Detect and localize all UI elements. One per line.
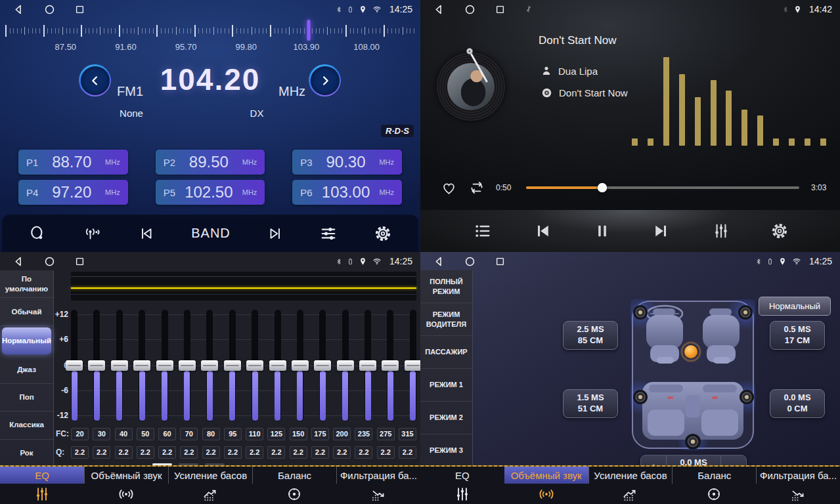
fc-value-7[interactable]: 95 <box>224 428 242 440</box>
pause-icon[interactable] <box>593 222 611 240</box>
tab-balance[interactable]: Баланс <box>252 467 336 504</box>
q-value-2[interactable]: 2.2 <box>115 446 133 459</box>
eq-preset-5[interactable]: Классика <box>0 411 53 439</box>
home-icon[interactable] <box>464 256 475 267</box>
tab-bass-boost[interactable]: Усиление басов <box>588 467 673 504</box>
playlist-icon[interactable] <box>473 222 493 240</box>
slider-knob[interactable] <box>201 360 218 371</box>
slider-knob[interactable] <box>359 360 376 371</box>
tab-surround[interactable]: Объёмный звук <box>504 467 588 504</box>
q-value-11[interactable]: 2.2 <box>311 446 329 459</box>
fc-value-1[interactable]: 30 <box>93 428 110 440</box>
fc-value-8[interactable]: 110 <box>246 428 263 440</box>
tuning-indicator[interactable] <box>307 20 311 41</box>
delay-rear-right[interactable]: 0.0 MS0 CM <box>770 389 825 418</box>
settings-gear-icon[interactable] <box>374 224 392 243</box>
mode-2[interactable]: ПАССАЖИР <box>420 336 472 369</box>
eq-preset-4[interactable]: Поп <box>0 384 53 411</box>
delay-front-left[interactable]: 2.5 MS85 CM <box>563 321 618 350</box>
tab-balance[interactable]: Баланс <box>672 467 756 504</box>
fc-value-11[interactable]: 175 <box>311 428 329 440</box>
slider-knob[interactable] <box>66 360 83 371</box>
next-track-icon[interactable] <box>652 222 671 240</box>
band-button[interactable]: BAND <box>191 226 231 241</box>
slider-knob[interactable] <box>179 360 196 371</box>
fc-value-10[interactable]: 150 <box>290 428 307 440</box>
eq-band-slider-10[interactable] <box>297 310 303 421</box>
slider-knob[interactable] <box>246 360 263 371</box>
seek-thumb[interactable] <box>598 183 607 192</box>
fc-value-3[interactable]: 50 <box>137 428 154 440</box>
eq-band-slider-8[interactable] <box>252 310 258 421</box>
q-value-14[interactable]: 2.2 <box>377 446 395 459</box>
q-value-9[interactable]: 2.2 <box>267 446 285 459</box>
q-value-13[interactable]: 2.2 <box>355 446 372 459</box>
slider-knob[interactable] <box>111 360 128 371</box>
preset-P4[interactable]: P497.20MHz <box>18 180 128 205</box>
rear-right-speaker[interactable] <box>740 390 754 404</box>
recents-icon[interactable] <box>495 257 505 266</box>
listening-position-ball[interactable] <box>684 345 697 358</box>
mode-0[interactable]: ПОЛНЫЙ РЕЖИМ <box>420 270 472 303</box>
eq-band-slider-6[interactable] <box>206 310 213 421</box>
q-value-10[interactable]: 2.2 <box>290 446 307 459</box>
q-value-4[interactable]: 2.2 <box>158 446 176 459</box>
recents-icon[interactable] <box>75 257 85 266</box>
eq-band-slider-13[interactable] <box>365 310 371 421</box>
preset-P5[interactable]: P5102.50MHz <box>156 180 265 205</box>
back-icon[interactable] <box>13 4 24 15</box>
preset-P3[interactable]: P390.30MHz <box>292 150 402 175</box>
eq-band-slider-7[interactable] <box>229 310 236 421</box>
rear-left-speaker[interactable] <box>633 390 648 404</box>
slider-knob[interactable] <box>224 360 241 371</box>
mixer-icon[interactable] <box>712 222 730 240</box>
home-icon[interactable] <box>44 4 55 15</box>
q-value-12[interactable]: 2.2 <box>333 446 351 459</box>
subwoofer-speaker[interactable] <box>685 434 701 450</box>
mode-1[interactable]: РЕЖИМ ВОДИТЕЛЯ <box>420 303 472 336</box>
slider-knob[interactable] <box>292 360 309 371</box>
tab-filter[interactable]: Фильтрация ба... <box>336 467 420 504</box>
previous-station-icon[interactable] <box>138 225 155 242</box>
eq-band-slider-12[interactable] <box>342 310 349 421</box>
mode-4[interactable]: РЕЖИМ 2 <box>420 402 472 434</box>
delay-rear-left[interactable]: 1.5 MS51 CM <box>563 389 618 418</box>
q-value-7[interactable]: 2.2 <box>224 446 242 459</box>
q-value-6[interactable]: 2.2 <box>202 446 220 459</box>
eq-band-slider-3[interactable] <box>139 310 145 421</box>
fc-value-14[interactable]: 275 <box>377 428 395 440</box>
eq-band-slider-1[interactable] <box>93 310 100 421</box>
home-icon[interactable] <box>464 4 475 15</box>
fc-value-2[interactable]: 40 <box>115 428 133 440</box>
preset-P1[interactable]: P188.70MHz <box>18 150 128 175</box>
recents-icon[interactable] <box>75 5 85 14</box>
slider-knob[interactable] <box>156 360 173 371</box>
eq-preset-3[interactable]: Джаз <box>0 356 53 383</box>
eq-band-slider-0[interactable] <box>71 310 77 421</box>
slider-knob[interactable] <box>337 360 354 371</box>
fc-value-12[interactable]: 200 <box>333 428 351 440</box>
fc-value-6[interactable]: 80 <box>202 428 220 440</box>
favorite-heart-icon[interactable] <box>440 180 458 196</box>
back-icon[interactable] <box>13 256 24 267</box>
slider-knob[interactable] <box>88 360 105 371</box>
fc-value-0[interactable]: 20 <box>71 428 89 440</box>
audio-settings-icon[interactable] <box>319 224 338 243</box>
settings-gear-icon[interactable] <box>770 222 789 240</box>
front-right-speaker[interactable] <box>738 305 753 320</box>
fc-value-9[interactable]: 125 <box>267 428 285 440</box>
q-value-0[interactable]: 2.2 <box>71 446 89 459</box>
tab-surround[interactable]: Объёмный звук <box>84 467 168 504</box>
tab-eq-sliders[interactable]: EQ <box>0 467 84 504</box>
q-value-15[interactable]: 2.2 <box>399 446 416 459</box>
previous-track-icon[interactable] <box>533 222 552 240</box>
q-value-3[interactable]: 2.2 <box>137 446 154 459</box>
slider-knob[interactable] <box>269 360 286 371</box>
slider-knob[interactable] <box>314 360 331 371</box>
fc-value-13[interactable]: 235 <box>355 428 372 440</box>
recents-icon[interactable] <box>495 5 505 14</box>
q-value-1[interactable]: 2.2 <box>93 446 110 459</box>
q-value-8[interactable]: 2.2 <box>246 446 263 459</box>
fc-value-4[interactable]: 60 <box>158 428 176 440</box>
eq-preset-2[interactable]: Нормальный <box>2 327 51 354</box>
